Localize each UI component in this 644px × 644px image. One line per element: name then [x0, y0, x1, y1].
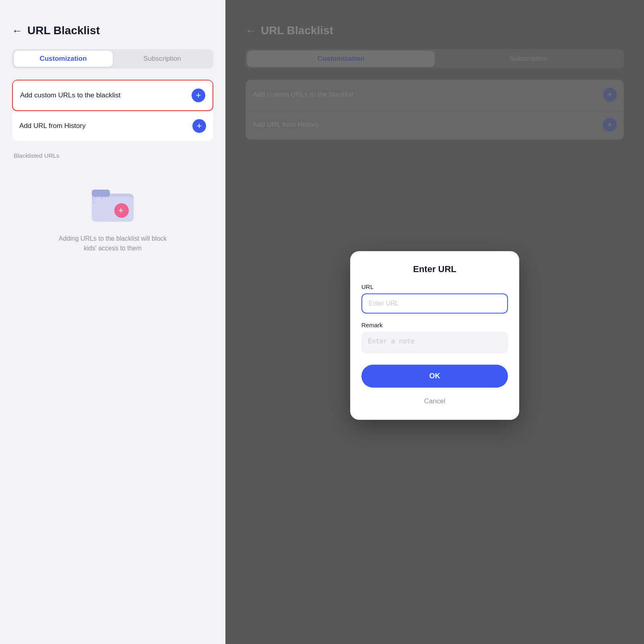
svg-text:?: ? — [100, 192, 104, 200]
url-input[interactable] — [361, 293, 508, 314]
add-custom-urls-label: Add custom URLs to the blacklist — [20, 91, 120, 99]
cancel-button[interactable]: Cancel — [361, 392, 508, 410]
empty-state: ? + Adding URLs to the blacklist will bl… — [12, 182, 213, 253]
add-url-from-history-label: Add URL from History — [19, 122, 86, 130]
left-tab-subscription[interactable]: Subscription — [113, 51, 212, 67]
enter-url-modal: Enter URL URL Remark OK Cancel — [350, 251, 519, 420]
add-url-from-history-button[interactable]: + — [192, 119, 206, 133]
right-panel: ← URL Blacklist Customization Subscripti… — [225, 0, 644, 644]
add-custom-urls-item[interactable]: Add custom URLs to the blacklist + — [12, 80, 213, 111]
left-tab-bar: Customization Subscription — [12, 49, 213, 68]
modal-title: Enter URL — [361, 264, 508, 275]
svg-text:+: + — [118, 205, 124, 215]
add-custom-urls-button[interactable]: + — [192, 89, 205, 102]
left-header: ← URL Blacklist — [12, 24, 213, 37]
url-field-label: URL — [361, 283, 508, 290]
remark-input[interactable] — [361, 332, 508, 353]
left-page-title: URL Blacklist — [27, 24, 100, 37]
left-tab-customization[interactable]: Customization — [14, 51, 113, 67]
blacklisted-urls-section-label: Blacklisted URLs — [12, 152, 213, 159]
left-card-list: Add custom URLs to the blacklist + Add U… — [12, 80, 213, 141]
empty-state-desc: Adding URLs to the blacklist will block … — [52, 234, 173, 253]
add-url-from-history-item[interactable]: Add URL from History + — [12, 111, 213, 141]
left-panel: ← URL Blacklist Customization Subscripti… — [0, 0, 225, 644]
ok-button[interactable]: OK — [361, 365, 508, 388]
folder-empty-icon: ? + — [89, 182, 137, 226]
remark-field-label: Remark — [361, 322, 508, 328]
left-back-arrow[interactable]: ← — [12, 25, 23, 37]
